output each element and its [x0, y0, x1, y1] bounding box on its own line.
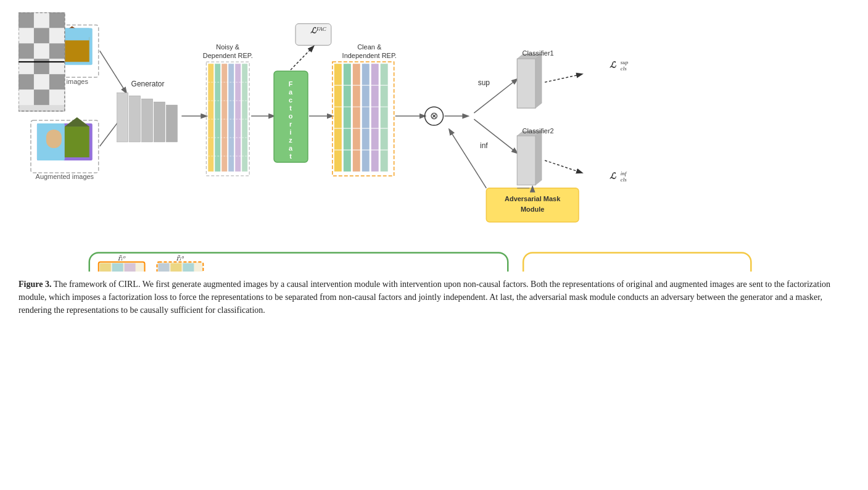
svg-rect-246	[49, 59, 65, 74]
svg-rect-241	[19, 43, 34, 59]
r-i-a-label: r̃ᵢᵃ	[176, 254, 184, 262]
svg-rect-27	[228, 64, 234, 172]
svg-rect-98	[183, 264, 194, 272]
svg-rect-243	[49, 43, 65, 59]
svg-rect-86	[100, 264, 111, 272]
svg-rect-250	[19, 89, 34, 105]
svg-rect-21	[166, 105, 177, 142]
adv-mask-label2: Module	[521, 206, 544, 213]
svg-marker-70	[535, 54, 542, 108]
svg-rect-24	[208, 64, 213, 172]
svg-rect-13	[65, 127, 89, 157]
svg-text:a: a	[289, 144, 293, 152]
svg-rect-25	[215, 64, 220, 172]
svg-text:⊗: ⊗	[430, 110, 438, 121]
page: Original images Augmented images Generat…	[0, 0, 868, 490]
inf-label-top: inf	[480, 141, 488, 150]
r-i-o-label: r̃ᵢᵒ	[118, 254, 126, 262]
svg-text:t: t	[289, 104, 292, 112]
svg-text:inf: inf	[621, 170, 627, 176]
classifier2-label: Classifier2	[523, 127, 554, 135]
svg-rect-55	[371, 64, 379, 172]
svg-rect-245	[34, 59, 49, 74]
svg-rect-88	[125, 264, 136, 272]
svg-rect-19	[142, 99, 153, 142]
svg-rect-53	[353, 64, 360, 172]
svg-text:cls: cls	[621, 176, 627, 183]
diagram-area: Original images Augmented images Generat…	[19, 12, 849, 272]
clean-indep-label2: Independent REP.	[342, 52, 397, 59]
svg-rect-239	[34, 28, 49, 43]
svg-text:z: z	[289, 136, 292, 144]
augmented-images-label: Augmented images	[36, 173, 94, 180]
svg-rect-17	[117, 93, 128, 142]
svg-text:FAC: FAC	[316, 26, 327, 32]
svg-rect-235	[19, 12, 34, 28]
clean-indep-label1: Clean &	[357, 43, 382, 51]
svg-rect-96	[158, 264, 169, 272]
l-cls-sup-label: ℒ	[610, 60, 616, 70]
svg-rect-97	[170, 264, 181, 272]
svg-rect-18	[130, 96, 141, 142]
svg-marker-76	[535, 131, 542, 185]
svg-rect-56	[381, 64, 388, 172]
sup-label-bottom: sup	[550, 271, 563, 272]
svg-text:c: c	[289, 96, 292, 104]
generator-label: Generator	[131, 80, 165, 88]
svg-rect-238	[19, 28, 34, 43]
svg-text:o: o	[289, 112, 293, 120]
svg-rect-240	[49, 28, 65, 43]
figure-number: Figure 3.	[19, 280, 51, 289]
noisy-dep-label1: Noisy &	[216, 43, 239, 51]
adv-mask-label1: Adversarial Mask	[505, 195, 561, 202]
svg-rect-29	[242, 64, 247, 172]
svg-text:cls: cls	[621, 65, 627, 72]
svg-rect-242	[34, 43, 49, 59]
svg-text:i: i	[289, 128, 291, 136]
factorization-label: F	[289, 80, 293, 88]
svg-rect-74	[517, 136, 535, 185]
svg-text:a: a	[289, 88, 293, 96]
caption-area: Figure 3. The framework of CIRL. We firs…	[19, 278, 849, 317]
svg-rect-51	[334, 64, 342, 172]
l-cls-inf-label: ℒ	[610, 172, 616, 181]
svg-text:t: t	[289, 152, 292, 160]
main-diagram: Original images Augmented images Generat…	[19, 12, 849, 272]
svg-rect-8	[65, 28, 89, 40]
svg-rect-12	[46, 130, 62, 148]
noisy-dep-label2: Dependent REP.	[203, 52, 253, 59]
svg-rect-20	[154, 102, 165, 142]
classifier1-label: Classifier1	[523, 49, 554, 57]
svg-rect-249	[49, 74, 65, 89]
svg-text:sup: sup	[621, 59, 629, 65]
svg-rect-54	[362, 64, 370, 172]
svg-rect-52	[344, 64, 351, 172]
svg-rect-28	[235, 64, 241, 172]
svg-rect-248	[34, 74, 49, 89]
svg-rect-252	[49, 89, 65, 105]
sup-label-top: sup	[478, 78, 490, 87]
svg-rect-236	[34, 12, 49, 28]
svg-rect-247	[19, 74, 34, 89]
svg-rect-26	[221, 64, 227, 172]
svg-rect-237	[49, 12, 65, 28]
svg-rect-87	[112, 264, 123, 272]
inf-label-bottom: inf	[709, 271, 719, 272]
svg-rect-244	[19, 59, 34, 74]
svg-text:r: r	[289, 120, 292, 128]
caption-text: The framework of CIRL. We first generate…	[19, 280, 830, 315]
svg-rect-251	[34, 89, 49, 105]
svg-rect-67	[517, 59, 535, 108]
